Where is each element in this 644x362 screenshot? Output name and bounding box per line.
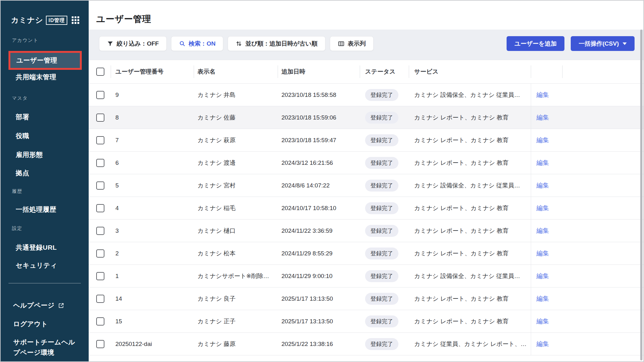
cell-spacer [562, 84, 643, 106]
sidebar-section-label: 履歴 [12, 188, 22, 194]
sort-arrows-icon [236, 40, 242, 47]
row-checkbox[interactable] [96, 136, 104, 144]
row-checkbox[interactable] [96, 114, 104, 122]
sidebar-item[interactable]: 拠点 [16, 169, 29, 177]
row-checkbox[interactable] [96, 159, 104, 167]
apps-grid-icon[interactable] [72, 16, 79, 24]
cell-services: カミナシ レポート、カミナシ 教育 [409, 197, 531, 219]
cell-status: 登録完了 [360, 265, 409, 287]
cell-spacer [562, 242, 643, 265]
cell-services: カミナシ 従業員、カミナシ レポート、… [409, 333, 531, 355]
header-added-date[interactable]: 追加日時 [278, 60, 360, 83]
table-row: 9カミナシ 井島2023/10/18 15:58:58登録完了カミナシ 設備保全… [89, 84, 643, 106]
edit-link[interactable]: 編集 [536, 159, 549, 167]
edit-link[interactable]: 編集 [536, 317, 549, 326]
cell-services: カミナシ レポート、カミナシ 教育 [409, 129, 531, 151]
sidebar-item[interactable]: 共用端末管理 [16, 73, 56, 81]
header-display-name[interactable]: 表示名 [194, 60, 278, 83]
cell-user-id: 9 [111, 84, 194, 106]
add-user-button[interactable]: ユーザーを追加 [507, 36, 564, 51]
sidebar-item[interactable]: 役職 [16, 131, 29, 140]
search-button[interactable]: 検索：ON [171, 36, 224, 51]
cell-user-id: 2 [111, 242, 194, 265]
row-checkbox[interactable] [96, 91, 104, 99]
edit-link[interactable]: 編集 [536, 136, 549, 144]
row-checkbox[interactable] [96, 340, 104, 348]
row-checkbox-cell [89, 129, 111, 151]
sidebar-item-help-page[interactable]: ヘルプページ [13, 301, 64, 310]
sidebar-section-label: マスタ [12, 95, 28, 101]
select-all-checkbox[interactable] [96, 68, 104, 76]
cell-user-id: 8 [111, 106, 194, 129]
user-table: ユーザー管理番号 表示名 追加日時 ステータス サービス 9カミナシ 井島202… [89, 60, 643, 361]
edit-link[interactable]: 編集 [536, 204, 549, 212]
cell-spacer [562, 333, 643, 355]
table-row: 20250122-daiカミナシ 藤原2025/1/22 13:38:16登録完… [89, 333, 643, 355]
sort-order-button[interactable]: 並び順：追加日時が古い順 [228, 36, 325, 51]
row-checkbox-cell [89, 242, 111, 265]
header-edit-column [531, 60, 562, 83]
header-user-id[interactable]: ユーザー管理番号 [111, 60, 194, 83]
sidebar-item[interactable]: セキュリティ [16, 261, 57, 270]
row-checkbox[interactable] [96, 227, 104, 235]
edit-link[interactable]: 編集 [536, 340, 549, 348]
table-row: 4カミナシ 稲毛2024/10/17 10:58:10登録完了カミナシ レポート… [89, 197, 643, 220]
sidebar-logo: カミナシ ID管理 [11, 15, 79, 25]
cell-edit: 編集 [531, 152, 562, 174]
row-checkbox[interactable] [96, 249, 104, 258]
columns-button[interactable]: 表示列 [330, 36, 374, 51]
cell-spacer [562, 287, 643, 310]
cell-status: 登録完了 [360, 197, 409, 219]
row-checkbox-cell [89, 152, 111, 174]
table-row: 5カミナシ 宮村2024/8/6 14:07:22登録完了カミナシ 設備保全、カ… [89, 174, 643, 197]
table-row: 15カミナシ 正子2025/1/17 13:13:50登録完了カミナシ レポート… [89, 310, 643, 333]
status-badge: 登録完了 [365, 270, 398, 282]
row-checkbox[interactable] [96, 295, 104, 303]
cell-spacer [562, 129, 643, 151]
row-checkbox[interactable] [96, 272, 104, 280]
cell-added-date: 2024/10/17 10:58:10 [278, 197, 360, 219]
cell-services: カミナシ レポート、カミナシ 教育 [409, 242, 531, 265]
row-checkbox[interactable] [96, 181, 104, 190]
support-env-label: サポートチームヘルプページ環境 [13, 337, 79, 358]
header-status[interactable]: ステータス [360, 60, 409, 83]
row-checkbox[interactable] [96, 317, 104, 326]
logo-text: カミナシ [11, 15, 43, 25]
sidebar-item[interactable]: 部署 [16, 113, 29, 121]
edit-link[interactable]: 編集 [536, 113, 549, 122]
sidebar-item[interactable]: 共通登録URL [16, 243, 57, 252]
cell-edit: 編集 [531, 310, 562, 332]
cell-edit: 編集 [531, 220, 562, 242]
edit-link[interactable]: 編集 [536, 226, 549, 235]
cell-services: カミナシ 設備保全、カミナシ 従業員… [409, 84, 531, 106]
sidebar-item[interactable]: 一括処理履歴 [16, 205, 56, 214]
vertical-scrollbar[interactable] [640, 30, 642, 360]
row-checkbox[interactable] [96, 204, 104, 212]
cell-user-id: 5 [111, 174, 194, 197]
edit-link[interactable]: 編集 [536, 249, 549, 258]
edit-link[interactable]: 編集 [536, 294, 549, 303]
sidebar-item-active[interactable]: ユーザー管理 [8, 51, 82, 70]
sidebar-item[interactable]: 雇用形態 [16, 150, 43, 159]
logo-badge-id-kanri: ID管理 [46, 16, 67, 25]
caret-down-icon [623, 42, 627, 45]
bulk-operation-csv-button[interactable]: 一括操作(CSV) [571, 36, 635, 51]
sidebar-item-logout[interactable]: ログアウト [13, 320, 48, 328]
sidebar-item-support-env[interactable]: サポートチームヘルプページ環境 [13, 337, 79, 358]
cell-display-name: カミナシ 松本 [194, 242, 278, 265]
cell-added-date: 2025/1/17 13:13:50 [278, 287, 360, 310]
cell-edit: 編集 [531, 333, 562, 355]
cell-added-date: 2024/11/29 9:00:10 [278, 265, 360, 287]
filter-button[interactable]: 絞り込み：OFF [99, 36, 167, 51]
help-page-label: ヘルプページ [13, 301, 54, 310]
cell-edit: 編集 [531, 287, 562, 310]
edit-link[interactable]: 編集 [536, 272, 549, 280]
header-service[interactable]: サービス [409, 60, 531, 83]
cell-services: カミナシ レポート、カミナシ 教育 [409, 220, 531, 242]
action-buttons: ユーザーを追加 一括操作(CSV) [507, 36, 635, 51]
edit-link[interactable]: 編集 [536, 91, 549, 99]
row-checkbox-cell [89, 265, 111, 287]
row-checkbox-cell [89, 84, 111, 106]
edit-link[interactable]: 編集 [536, 181, 549, 190]
cell-display-name: カミナシ 良子 [194, 287, 278, 310]
